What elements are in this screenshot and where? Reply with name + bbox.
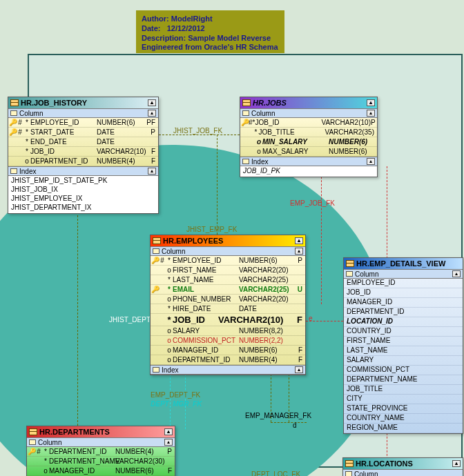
collapse-icon[interactable]: ▴: [367, 158, 375, 165]
column-suffix: P: [298, 257, 304, 264]
collapse-icon[interactable]: ▴: [367, 99, 375, 106]
view-column[interactable]: MANAGER_ID: [344, 298, 463, 308]
column-row[interactable]: *JOB_IDVARCHAR2(10)F: [151, 314, 305, 326]
collapse-icon[interactable]: ▴: [295, 237, 303, 244]
column-row[interactable]: *HIRE_DATEDATE: [151, 304, 305, 314]
entity-titlebar[interactable]: HR.JOBS ▴: [240, 97, 377, 108]
index-item[interactable]: JHIST_JOB_IX: [11, 186, 155, 195]
fk-label: e: [309, 315, 313, 322]
column-row[interactable]: 🔑#*START_DATEDATEP: [8, 128, 158, 137]
view-column[interactable]: JOB_ID: [344, 288, 463, 298]
section-index[interactable]: Index ▴: [240, 157, 377, 166]
fk-line: [77, 212, 78, 426]
column-row[interactable]: oMANAGER_IDNUMBER(6)F: [27, 466, 175, 476]
view-column[interactable]: DEPARTMENT_ID: [344, 308, 463, 317]
collapse-icon[interactable]: ▴: [164, 428, 173, 435]
entity-employees[interactable]: HR.EMPLOYEES ▴ Column ▴ 🔑#*EMPLOYEE_IDNU…: [150, 235, 306, 375]
column-row[interactable]: *END_DATEDATE: [8, 137, 158, 147]
view-column[interactable]: LAST_NAME: [344, 346, 463, 356]
collapse-icon[interactable]: ▴: [148, 110, 156, 117]
section-column[interactable]: Column: [343, 469, 463, 476]
entity-locations[interactable]: HR.LOCATIONS ▴ Column: [342, 457, 463, 476]
column-name: JOB_ID: [173, 315, 215, 325]
entity-titlebar[interactable]: HR.JOB_HISTORY ▴: [8, 97, 158, 108]
column-type: VARCHAR2(20): [239, 295, 289, 303]
column-type: NUMBER(4): [97, 157, 135, 165]
column-row[interactable]: 🔑#*EMPLOYEE_IDNUMBER(6)P: [151, 256, 305, 266]
entity-titlebar[interactable]: HR.EMPLOYEES ▴: [151, 235, 305, 246]
column-row[interactable]: 🔑#*DEPARTMENT_IDNUMBER(4)P: [27, 447, 175, 457]
view-column[interactable]: REGION_NAME: [344, 424, 463, 433]
section-index[interactable]: Index ▴: [8, 166, 158, 176]
index-item[interactable]: JHIST_EMP_ID_ST_DATE_PK: [11, 177, 155, 186]
pk-hash: #: [159, 257, 166, 264]
collapse-icon[interactable]: ▴: [148, 168, 156, 175]
section-icon: [29, 439, 36, 445]
column-row[interactable]: 🔑#*EMPLOYEE_IDNUMBER(6)PF: [8, 118, 158, 128]
column-row[interactable]: oSALARYNUMBER(8,2): [151, 326, 305, 336]
null-mark: *: [166, 257, 173, 264]
key-icon: [152, 337, 159, 345]
collapse-icon[interactable]: ▴: [295, 366, 303, 373]
collapse-icon[interactable]: ▴: [148, 99, 156, 106]
section-column[interactable]: Column ▴: [27, 437, 175, 447]
view-column[interactable]: DEPARTMENT_NAME: [344, 375, 463, 385]
index-item[interactable]: JOB_ID_PK: [243, 167, 374, 176]
column-row[interactable]: *JOB_IDVARCHAR2(10)F: [8, 147, 158, 157]
date-label: Date:: [142, 24, 161, 32]
column-row[interactable]: oDEPARTMENT_IDNUMBER(4)F: [8, 157, 158, 166]
index-item[interactable]: JHIST_EMPLOYEE_IX: [11, 195, 155, 204]
column-row[interactable]: oMANAGER_IDNUMBER(6)F: [151, 346, 305, 355]
key-icon: [152, 327, 159, 335]
view-column[interactable]: CITY: [344, 395, 463, 404]
section-index[interactable]: Index ▴: [151, 365, 305, 375]
index-item[interactable]: JHIST_DEPARTMENT_IX: [11, 204, 155, 212]
collapse-icon[interactable]: ▴: [367, 110, 375, 117]
view-column[interactable]: COUNTRY_NAME: [344, 414, 463, 424]
entity-titlebar[interactable]: HR.EMP_DETAILS_VIEW: [344, 258, 463, 269]
null-mark: o: [166, 295, 173, 303]
collapse-icon[interactable]: ▴: [164, 439, 173, 446]
desc-label: Description:: [142, 34, 186, 42]
column-row[interactable]: oMIN_SALARYNUMBER(6): [240, 137, 377, 147]
entity-departments[interactable]: HR.DEPARTMENTS ▴ Column ▴ 🔑#*DEPARTMENT_…: [26, 426, 175, 476]
entity-job-history[interactable]: HR.JOB_HISTORY ▴ Column ▴ 🔑#*EMPLOYEE_ID…: [8, 97, 159, 214]
column-row[interactable]: *DEPARTMENT_NAMEVARCHAR2(30): [27, 457, 175, 466]
column-row[interactable]: *JOB_TITLEVARCHAR2(35): [240, 128, 377, 137]
column-row[interactable]: oMAX_SALARYNUMBER(6): [240, 147, 377, 157]
section-column[interactable]: Column ▴: [8, 108, 158, 118]
entity-titlebar[interactable]: HR.LOCATIONS ▴: [343, 458, 463, 469]
section-label: Column: [38, 439, 61, 446]
key-icon: [242, 128, 247, 137]
view-column[interactable]: STATE_PROVINCE: [344, 404, 463, 414]
column-type: DATE: [97, 138, 115, 146]
section-column[interactable]: Column ▴: [240, 108, 377, 118]
column-row[interactable]: oFIRST_NAMEVARCHAR2(20): [151, 266, 305, 275]
null-mark: *: [23, 128, 30, 136]
entity-emp-details-view[interactable]: HR.EMP_DETAILS_VIEW Column ▴ EMPLOYEE_ID…: [343, 257, 463, 434]
entity-titlebar[interactable]: HR.DEPARTMENTS ▴: [27, 426, 175, 437]
section-column[interactable]: Column ▴: [344, 269, 463, 279]
view-column[interactable]: JOB_TITLE: [344, 385, 463, 395]
collapse-icon[interactable]: ▴: [452, 460, 461, 467]
column-row[interactable]: 🔑*EMAILVARCHAR2(25)U: [151, 285, 305, 295]
collapse-icon[interactable]: ▴: [452, 270, 461, 277]
column-row[interactable]: oDEPARTMENT_IDNUMBER(4)F: [151, 355, 305, 365]
column-row[interactable]: *LAST_NAMEVARCHAR2(25): [151, 275, 305, 285]
view-column[interactable]: COMMISSION_PCT: [344, 366, 463, 375]
section-column[interactable]: Column ▴: [151, 246, 305, 256]
null-mark: o: [255, 138, 262, 146]
view-column[interactable]: SALARY: [344, 356, 463, 366]
view-column[interactable]: FIRST_NAME: [344, 337, 463, 346]
view-column[interactable]: COUNTRY_ID: [344, 327, 463, 337]
column-name: MAX_SALARY: [262, 148, 326, 155]
collapse-icon[interactable]: ▴: [295, 248, 303, 255]
column-row[interactable]: oPHONE_NUMBERVARCHAR2(20): [151, 295, 305, 304]
view-column[interactable]: EMPLOYEE_ID: [344, 279, 463, 288]
column-name: EMPLOYEE_ID: [30, 119, 94, 126]
entity-jobs[interactable]: HR.JOBS ▴ Column ▴ 🔑#*JOB_IDVARCHAR2(10)…: [240, 97, 378, 177]
column-row[interactable]: oCOMMISSION_PCTNUMBER(2,2): [151, 336, 305, 346]
column-type: DATE: [97, 128, 115, 136]
column-row[interactable]: 🔑#*JOB_IDVARCHAR2(10)P: [240, 118, 377, 128]
view-column[interactable]: LOCATION_ID: [344, 317, 463, 327]
